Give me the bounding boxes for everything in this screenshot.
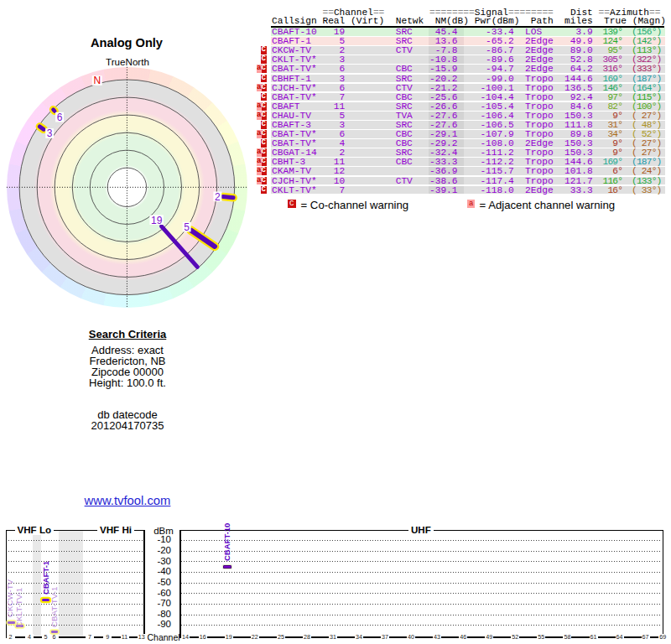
svg-text:5: 5	[184, 221, 190, 233]
svg-text:3: 3	[47, 127, 53, 139]
svg-text:19: 19	[151, 215, 163, 226]
svg-text:N: N	[93, 75, 101, 86]
svg-text:2: 2	[215, 191, 221, 203]
svg-text:6: 6	[57, 112, 63, 123]
